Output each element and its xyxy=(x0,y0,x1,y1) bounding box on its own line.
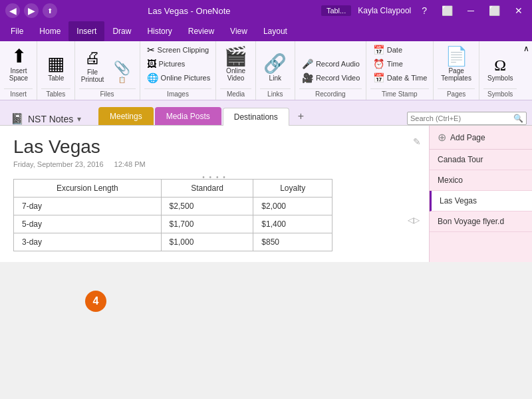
quick-access-btn[interactable]: ⬆ xyxy=(43,3,57,18)
help-btn[interactable]: ? xyxy=(418,4,431,17)
menu-layout[interactable]: Layout xyxy=(255,21,295,41)
images-col: ✂ Screen Clipping 🖼 Pictures 🌐 Online Pi… xyxy=(144,43,213,84)
page-date: Friday, September 23, 2016 xyxy=(13,160,104,168)
cell-1-0[interactable]: 5-day xyxy=(14,215,162,233)
search-input[interactable] xyxy=(410,114,513,122)
online-pictures-icon: 🌐 xyxy=(147,72,158,83)
record-video-btn[interactable]: 🎥 Record Video xyxy=(299,71,362,84)
page-templates-btn[interactable]: 📄 PageTemplates xyxy=(438,43,475,84)
attach-icon: 📎 xyxy=(114,60,130,76)
file-printout-btn[interactable]: 🖨 FilePrintout xyxy=(79,47,106,84)
nav-back-btn[interactable]: ◀ xyxy=(5,3,20,18)
page-item-las-vegas[interactable]: Las Vegas xyxy=(430,191,532,211)
tab-media-posts[interactable]: Media Posts xyxy=(155,107,221,125)
page-item-mexico[interactable]: Mexico xyxy=(430,170,532,191)
col-header-2[interactable]: Loyalty xyxy=(253,180,332,198)
page-item-canada-tour[interactable]: Canada Tour xyxy=(430,150,532,170)
cell-2-0[interactable]: 3-day xyxy=(14,233,162,251)
tab-partial[interactable]: Tabl... xyxy=(321,5,351,16)
online-video-btn[interactable]: 🎬 OnlineVideo xyxy=(220,43,251,84)
col-header-0[interactable]: Excursion Length xyxy=(14,180,162,198)
notebook-title: 📓 NST Notes ▾ xyxy=(5,112,98,125)
tables-group: ▦ Table Tables xyxy=(37,41,74,100)
menu-review[interactable]: Review xyxy=(180,21,222,41)
images-group-label: Images xyxy=(144,88,212,100)
minimize-btn[interactable]: ─ xyxy=(464,4,478,17)
date-time-icon: 📅 xyxy=(373,72,384,83)
close-btn[interactable]: ✕ xyxy=(511,4,527,17)
table-icon: ▦ xyxy=(47,53,65,74)
table-drag-handle[interactable]: • • • • xyxy=(202,174,226,181)
date-btn[interactable]: 📅 Date xyxy=(370,43,430,57)
cell-1-2[interactable]: $1,400 xyxy=(253,215,332,233)
cell-0-2[interactable]: $2,000 xyxy=(253,198,332,215)
cell-1-1[interactable]: $1,700 xyxy=(161,215,253,233)
cell-0-0[interactable]: 7-day xyxy=(14,198,162,215)
add-page-icon: ⊕ xyxy=(438,131,446,144)
title-bar: ◀ ▶ ⬆ Las Vegas - OneNote Tabl... Kayla … xyxy=(0,0,532,21)
section-tabs: Meetings Media Posts Destinations + xyxy=(98,107,311,125)
add-page-label: Add Page xyxy=(450,133,485,142)
cell-2-2[interactable]: $850 xyxy=(253,233,332,251)
timestamp-group-label: Time Stamp xyxy=(370,88,429,100)
insert-space-btn[interactable]: ⬆ InsertSpace xyxy=(4,43,33,84)
tab-meetings[interactable]: Meetings xyxy=(98,107,154,125)
menu-bar: File Home Insert Draw History Review Vie… xyxy=(0,21,532,41)
menu-view[interactable]: View xyxy=(222,21,255,41)
time-icon: ⏰ xyxy=(373,59,384,69)
notebook-name[interactable]: NST Notes xyxy=(28,114,73,124)
maximize-btn[interactable]: ⬜ xyxy=(485,4,504,17)
add-page-btn[interactable]: ⊕ Add Page xyxy=(430,126,532,150)
record-audio-btn[interactable]: 🎤 Record Audio xyxy=(299,57,362,70)
tab-destinations[interactable]: Destinations xyxy=(223,108,289,126)
table-row: 5-day $1,700 $1,400 xyxy=(14,215,332,233)
page-title: Las Vegas xyxy=(13,136,416,158)
media-group: 🎬 OnlineVideo Media xyxy=(216,41,255,100)
menu-history[interactable]: History xyxy=(139,21,180,41)
time-btn[interactable]: ⏰ Time xyxy=(370,57,430,70)
online-pictures-btn[interactable]: 🌐 Online Pictures xyxy=(144,71,213,84)
ribbon-collapse-btn[interactable]: ∧ xyxy=(521,41,532,100)
menu-home[interactable]: Home xyxy=(31,21,68,41)
date-time-btn[interactable]: 📅 Date & Time xyxy=(370,71,430,84)
main-area: ✎ Las Vegas Friday, September 23, 2016 1… xyxy=(0,126,532,262)
col-header-1[interactable]: Standard xyxy=(161,180,253,198)
page-item-bon-voyage[interactable]: Bon Voyage flyer.d xyxy=(430,211,532,232)
media-group-label: Media xyxy=(220,88,251,100)
restore-btn[interactable]: ⬜ xyxy=(438,4,457,17)
cell-2-1[interactable]: $1,000 xyxy=(161,233,253,251)
page-time: 12:48 PM xyxy=(114,160,146,168)
symbols-group-label: Symbols xyxy=(483,88,517,100)
recording-group: 🎤 Record Audio 🎥 Record Video Recording xyxy=(295,41,366,100)
table-btn[interactable]: ▦ Table xyxy=(41,50,70,84)
screen-clipping-btn[interactable]: ✂ Screen Clipping xyxy=(144,43,213,57)
nav-forward-btn[interactable]: ▶ xyxy=(24,3,39,18)
pages-group: 📄 PageTemplates Pages xyxy=(434,41,480,100)
recording-group-label: Recording xyxy=(299,88,362,100)
notebook-dropdown-icon[interactable]: ▾ xyxy=(77,114,81,124)
add-section-btn[interactable]: + xyxy=(291,107,311,125)
date-icon: 📅 xyxy=(373,45,384,55)
table-resize-handle[interactable]: ◁▷ xyxy=(408,215,420,225)
edit-icon[interactable]: ✎ xyxy=(413,136,421,147)
pictures-icon: 🖼 xyxy=(147,59,156,69)
step-badge: 4 xyxy=(85,291,106,312)
cell-0-1[interactable]: $2,500 xyxy=(161,198,253,215)
link-btn[interactable]: 🔗 Link xyxy=(260,50,291,84)
table-wrapper: • • • • Excursion Length Standard Loyalt… xyxy=(13,179,416,251)
page-meta: Friday, September 23, 2016 12:48 PM xyxy=(13,160,416,168)
menu-insert[interactable]: Insert xyxy=(68,21,104,41)
table-row: 3-day $1,000 $850 xyxy=(14,233,332,251)
symbols-btn[interactable]: Ω Symbols xyxy=(483,54,517,84)
section-bar: 📓 NST Notes ▾ Meetings Media Posts Desti… xyxy=(0,100,532,126)
menu-draw[interactable]: Draw xyxy=(104,21,139,41)
menu-file[interactable]: File xyxy=(3,21,31,41)
search-icon[interactable]: 🔍 xyxy=(513,114,523,123)
attach-btn[interactable]: 📎 📋 xyxy=(109,59,136,84)
title-bar-left: ◀ ▶ ⬆ xyxy=(5,3,57,18)
notebook-icon: 📓 xyxy=(11,112,24,125)
window-title: Las Vegas - OneNote xyxy=(148,6,230,16)
pictures-btn[interactable]: 🖼 Pictures xyxy=(144,57,213,70)
insert-group: ⬆ InsertSpace Insert xyxy=(0,41,37,100)
link-icon: 🔗 xyxy=(263,53,287,74)
